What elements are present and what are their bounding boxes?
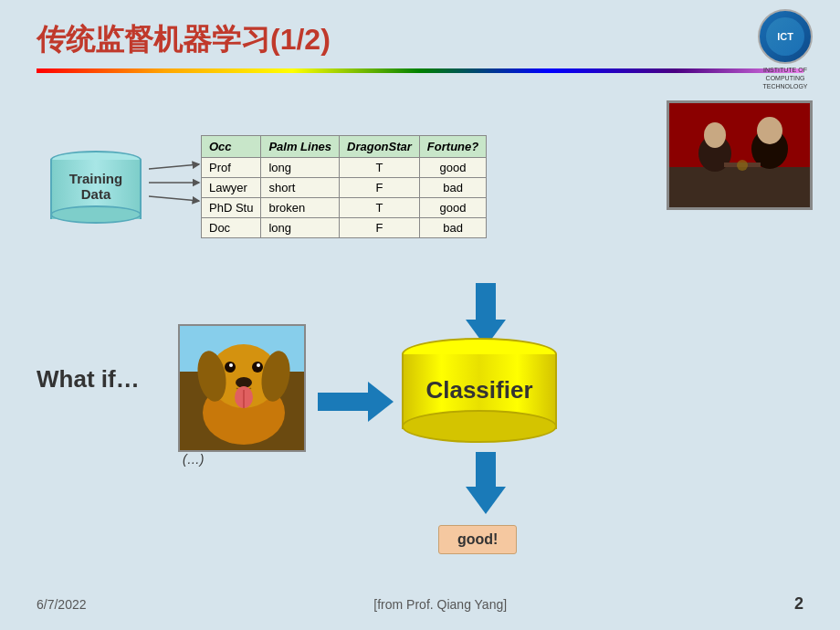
photo-svg	[669, 103, 813, 210]
svg-point-18	[252, 362, 263, 373]
result-box: good!	[438, 525, 517, 554]
table-cell: long	[261, 218, 340, 238]
rainbow-divider	[37, 68, 803, 73]
table-cell: short	[261, 178, 340, 198]
table-cell: bad	[419, 178, 486, 198]
training-table: Occ Palm Lines DragonStar Fortune? Profl…	[201, 135, 487, 238]
table-row: ProflongTgood	[202, 158, 487, 178]
logo-abbr: ICT	[777, 31, 793, 42]
table-row: PhD StubrokenTgood	[202, 198, 487, 218]
svg-point-10	[737, 160, 748, 171]
arrow-down-bottom	[466, 452, 506, 514]
dog-svg	[180, 326, 306, 452]
svg-line-0	[149, 164, 199, 169]
col-header-palmlines: Palm Lines	[261, 136, 340, 158]
table-cell: F	[340, 218, 420, 238]
slide-title: 传统监督机器学习(1/2)	[37, 20, 331, 60]
footer: 6/7/2022 [from Prof. Qiang Yang] 2	[0, 594, 840, 614]
svg-point-20	[257, 363, 260, 367]
table-row: LawyershortFbad	[202, 178, 487, 198]
logo-subtitle: INSTITUTE OF COMPUTING TECHNOLOGY	[758, 66, 813, 90]
table-cell: Doc	[202, 218, 261, 238]
col-header-dragonstar: DragonStar	[340, 136, 420, 158]
svg-point-17	[225, 362, 236, 373]
footer-source: [from Prof. Qiang Yang]	[373, 597, 507, 612]
ict-logo: ICT INSTITUTE OF COMPUTING TECHNOLOGY	[758, 9, 813, 90]
table-cell: good	[419, 158, 486, 178]
table-row: DoclongFbad	[202, 218, 487, 238]
classifier-label: Classifier	[402, 338, 557, 404]
footer-date: 6/7/2022	[37, 597, 87, 612]
table-cell: long	[261, 158, 340, 178]
table-cell: PhD Stu	[202, 198, 261, 218]
cylinder-bottom	[50, 205, 142, 224]
table-cell: good	[419, 198, 486, 218]
table-cell: broken	[261, 198, 340, 218]
arrow-right-to-classifier	[318, 382, 394, 422]
table-cell: bad	[419, 218, 486, 238]
svg-point-6	[704, 122, 726, 148]
arrows-to-table	[144, 160, 204, 205]
background-photo	[667, 100, 813, 210]
svg-rect-4	[669, 167, 813, 210]
footer-page: 2	[794, 594, 803, 614]
col-header-fortune: Fortune?	[419, 136, 486, 158]
class-cyl-bottom	[402, 410, 557, 443]
col-header-occ: Occ	[202, 136, 261, 158]
what-if-label: What if…	[37, 365, 140, 394]
table-cell: T	[340, 158, 420, 178]
dog-image	[178, 324, 306, 452]
svg-point-8	[757, 117, 782, 144]
new-data-sublabel: (…)	[183, 452, 204, 467]
dog-inner	[180, 326, 304, 450]
training-data-label: TrainingData	[50, 151, 142, 202]
svg-line-2	[149, 196, 199, 201]
logo-circle: ICT	[758, 9, 813, 64]
table-cell: Prof	[202, 158, 261, 178]
table-cell: Lawyer	[202, 178, 261, 198]
table-cell: F	[340, 178, 420, 198]
table-cell: T	[340, 198, 420, 218]
logo-circle-inner: ICT	[766, 17, 804, 56]
photo-inner	[669, 103, 810, 207]
svg-point-19	[229, 363, 233, 367]
